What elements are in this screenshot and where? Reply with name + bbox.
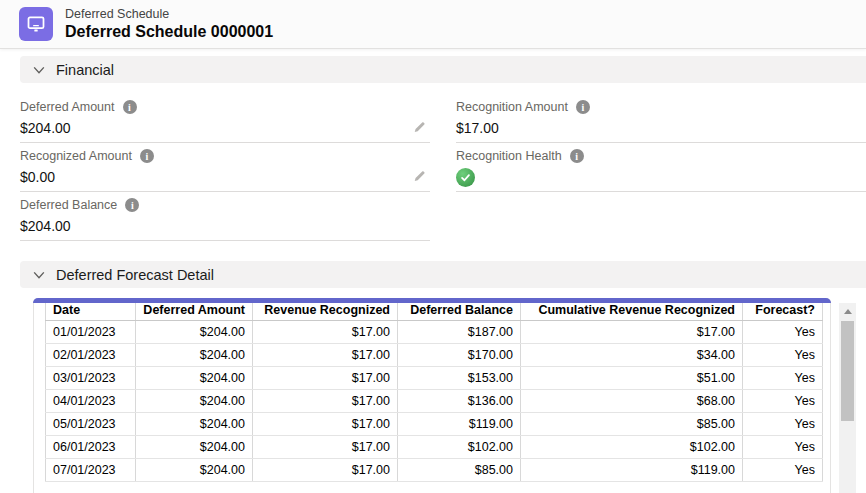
table-cell: Yes bbox=[743, 321, 823, 344]
column-header-revenue-recognized[interactable]: Revenue Recognized bbox=[253, 299, 398, 321]
table-cell: Yes bbox=[743, 459, 823, 482]
field-recognition-amount: Recognition Amounti$17.00 bbox=[456, 94, 866, 143]
table-row: 04/01/2023$204.00$17.00$136.00$68.00Yes bbox=[46, 390, 823, 413]
field-label: Deferred Balance bbox=[20, 198, 117, 212]
section-header-forecast[interactable]: Deferred Forecast Detail bbox=[20, 261, 866, 288]
table-cell: $68.00 bbox=[521, 390, 743, 413]
section-title-forecast: Deferred Forecast Detail bbox=[56, 267, 214, 283]
table-cell: $119.00 bbox=[398, 413, 521, 436]
table-cell: $17.00 bbox=[521, 321, 743, 344]
info-icon[interactable]: i bbox=[570, 149, 584, 163]
field-recognized-amount: Recognized Amounti$0.00 bbox=[20, 143, 430, 192]
success-check-icon bbox=[456, 168, 475, 187]
table-cell: $204.00 bbox=[136, 344, 253, 367]
financial-fields: Deferred Amounti$204.00Recognition Amoun… bbox=[20, 94, 866, 241]
desktop-icon bbox=[26, 14, 46, 34]
forecast-table: DateDeferred AmountRevenue RecognizedDef… bbox=[45, 298, 823, 482]
table-cell: $204.00 bbox=[136, 459, 253, 482]
table-cell: $102.00 bbox=[521, 436, 743, 459]
table-cell: 05/01/2023 bbox=[46, 413, 136, 436]
table-cell: $85.00 bbox=[398, 459, 521, 482]
table-cell: $136.00 bbox=[398, 390, 521, 413]
table-row: 07/01/2023$204.00$17.00$85.00$119.00Yes bbox=[46, 459, 823, 482]
column-header-cumulative-revenue-recognized[interactable]: Cumulative Revenue Recognized bbox=[521, 299, 743, 321]
vertical-scrollbar[interactable] bbox=[839, 303, 856, 493]
table-cell: $119.00 bbox=[521, 459, 743, 482]
table-row: 05/01/2023$204.00$17.00$119.00$85.00Yes bbox=[46, 413, 823, 436]
field-label: Deferred Amount bbox=[20, 100, 115, 114]
table-cell: Yes bbox=[743, 436, 823, 459]
info-icon[interactable]: i bbox=[125, 198, 139, 212]
table-cell: Yes bbox=[743, 413, 823, 436]
table-cell: $204.00 bbox=[136, 413, 253, 436]
field-deferred-balance: Deferred Balancei$204.00 bbox=[20, 192, 430, 241]
table-row: 01/01/2023$204.00$17.00$187.00$17.00Yes bbox=[46, 321, 823, 344]
table-cell: $34.00 bbox=[521, 344, 743, 367]
field-label: Recognition Amount bbox=[456, 100, 568, 114]
table-cell: $17.00 bbox=[253, 436, 398, 459]
chevron-down-icon bbox=[32, 268, 46, 282]
column-header-deferred-amount[interactable]: Deferred Amount bbox=[136, 299, 253, 321]
deferred-schedule-object-icon bbox=[19, 7, 53, 41]
field-label: Recognized Amount bbox=[20, 149, 132, 163]
table-row: 02/01/2023$204.00$17.00$170.00$34.00Yes bbox=[46, 344, 823, 367]
info-icon[interactable]: i bbox=[576, 100, 590, 114]
field-value: $204.00 bbox=[20, 120, 71, 136]
table-cell: Yes bbox=[743, 367, 823, 390]
table-cell: $17.00 bbox=[253, 459, 398, 482]
table-cell: $17.00 bbox=[253, 413, 398, 436]
edit-pencil-icon[interactable] bbox=[412, 169, 426, 183]
table-cell: $204.00 bbox=[136, 436, 253, 459]
section-title-financial: Financial bbox=[56, 62, 114, 78]
table-cell: $187.00 bbox=[398, 321, 521, 344]
field-value: $0.00 bbox=[20, 169, 55, 185]
table-cell: $204.00 bbox=[136, 321, 253, 344]
scrollbar-thumb[interactable] bbox=[841, 321, 854, 421]
table-row: 03/01/2023$204.00$17.00$153.00$51.00Yes bbox=[46, 367, 823, 390]
edit-pencil-icon[interactable] bbox=[412, 120, 426, 134]
table-cell: $17.00 bbox=[253, 321, 398, 344]
table-cell: 02/01/2023 bbox=[46, 344, 136, 367]
table-cell: $153.00 bbox=[398, 367, 521, 390]
field-value: $204.00 bbox=[20, 218, 71, 234]
table-cell: 07/01/2023 bbox=[46, 459, 136, 482]
table-cell: $204.00 bbox=[136, 367, 253, 390]
scrollbar-up-button[interactable] bbox=[839, 303, 856, 319]
column-header-forecast[interactable]: Forecast? bbox=[743, 299, 823, 321]
table-cell: 01/01/2023 bbox=[46, 321, 136, 344]
info-icon[interactable]: i bbox=[140, 149, 154, 163]
page-header: Deferred Schedule Deferred Schedule 0000… bbox=[0, 0, 866, 49]
table-row: 06/01/2023$204.00$17.00$102.00$102.00Yes bbox=[46, 436, 823, 459]
table-cell: Yes bbox=[743, 344, 823, 367]
table-cell: 06/01/2023 bbox=[46, 436, 136, 459]
table-cell: $170.00 bbox=[398, 344, 521, 367]
table-cell: $17.00 bbox=[253, 344, 398, 367]
field-value: $17.00 bbox=[456, 120, 499, 136]
forecast-table-card: DateDeferred AmountRevenue RecognizedDef… bbox=[33, 298, 831, 493]
scroll-up-arrow-icon bbox=[844, 309, 852, 314]
table-cell: $17.00 bbox=[253, 367, 398, 390]
table-cell: $85.00 bbox=[521, 413, 743, 436]
table-cell: $51.00 bbox=[521, 367, 743, 390]
table-cell: $204.00 bbox=[136, 390, 253, 413]
column-header-date[interactable]: Date bbox=[46, 299, 136, 321]
field-recognition-health: Recognition Healthi bbox=[456, 143, 866, 192]
table-cell: 04/01/2023 bbox=[46, 390, 136, 413]
chevron-down-icon bbox=[32, 63, 46, 77]
info-icon[interactable]: i bbox=[123, 100, 137, 114]
field-deferred-amount: Deferred Amounti$204.00 bbox=[20, 94, 430, 143]
page-title: Deferred Schedule 0000001 bbox=[65, 22, 273, 41]
column-header-deferred-balance[interactable]: Deferred Balance bbox=[398, 299, 521, 321]
table-cell: Yes bbox=[743, 390, 823, 413]
section-header-financial[interactable]: Financial bbox=[20, 56, 866, 83]
field-label: Recognition Health bbox=[456, 149, 562, 163]
table-header-row: DateDeferred AmountRevenue RecognizedDef… bbox=[46, 299, 823, 321]
object-label: Deferred Schedule bbox=[65, 7, 273, 22]
table-cell: $17.00 bbox=[253, 390, 398, 413]
table-cell: 03/01/2023 bbox=[46, 367, 136, 390]
table-cell: $102.00 bbox=[398, 436, 521, 459]
